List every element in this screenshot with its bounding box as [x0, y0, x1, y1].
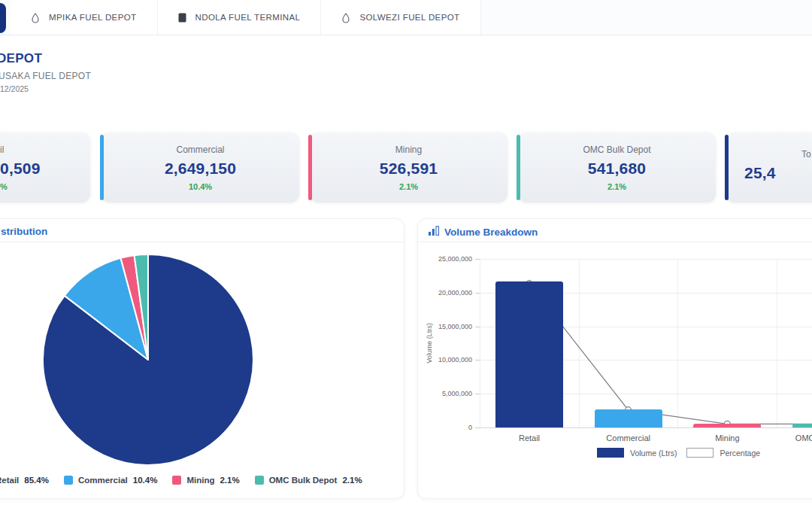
tab-label: SOLWEZI FUEL DEPOT [359, 13, 459, 22]
bar-card-title: Volume Breakdown [429, 226, 538, 238]
divider [418, 242, 812, 242]
tab-label: NDOLA FUEL TERMINAL [195, 13, 301, 22]
y-tick-label: 0 [414, 424, 472, 431]
legend-value: 10.4% [133, 476, 158, 485]
y-axis-title: Volume (Ltrs) [424, 259, 435, 427]
y-tick-label: 15,000,000 [414, 323, 472, 330]
kpi-value: 0,509 [0, 160, 90, 178]
legend-label: Commercial [78, 476, 128, 485]
pie-legend-item: Retail85.4% [0, 476, 49, 485]
y-tick-label: 20,000,000 [414, 289, 472, 297]
volume-breakdown-card: Volume Breakdown 25,000,00020,000,00015,… [417, 218, 812, 499]
page-subtitle: USAKA FUEL DEPOT [0, 71, 91, 81]
kpi-percent: 2.1% [310, 182, 508, 191]
legend-label: OMC Bulk Depot [269, 476, 338, 485]
kpi-label: il [0, 144, 90, 155]
legend-value: 85.4% [24, 476, 49, 485]
legend-label: Retail [0, 476, 19, 485]
kpi-accent-bar [308, 135, 312, 200]
kpi-percent: 10.4% [102, 182, 299, 191]
droplet-icon [341, 12, 350, 23]
tab-bar-tabs: MPIKA FUEL DEPOTNDOLA FUEL TERMINALSOLWE… [11, 0, 481, 35]
bar-legend-item: Volume (Ltrs) [597, 448, 677, 458]
active-tab-fragment[interactable] [0, 3, 6, 33]
kpi-card-0: il0,509% [0, 132, 90, 202]
kpi-value: 526,591 [310, 160, 508, 178]
bar-chart-icon [429, 226, 439, 238]
kpi-label: OMC Bulk Depot [518, 144, 716, 155]
legend-label: Volume (Ltrs) [630, 449, 677, 458]
kpi-label: Mining [310, 144, 508, 155]
legend-swatch [172, 476, 181, 485]
bar-chart-plot[interactable]: 25,000,00020,000,00015,000,00010,000,000… [480, 259, 812, 427]
kpi-percent: % [0, 182, 90, 191]
pie-legend-item: OMC Bulk Depot2.1% [255, 476, 362, 485]
tab-mpika-fuel-depot[interactable]: MPIKA FUEL DEPOT [11, 0, 158, 35]
tab-solwezi-fuel-depot[interactable]: SOLWEZI FUEL DEPOT [321, 0, 480, 35]
legend-value: 2.1% [220, 476, 239, 485]
y-tick-label: 25,000,000 [414, 255, 472, 263]
page-title: DEPOT [0, 51, 42, 66]
legend-swatch [686, 448, 714, 458]
kpi-accent-bar [517, 135, 520, 200]
legend-label: Percentage [720, 449, 760, 458]
tab-ndola-fuel-terminal[interactable]: NDOLA FUEL TERMINAL [158, 0, 322, 35]
tab-label: MPIKA FUEL DEPOT [49, 13, 137, 22]
bar-legend-item: Percentage [686, 448, 760, 458]
legend-swatch [255, 476, 264, 485]
kpi-card-3: OMC Bulk Depot541,6802.1% [518, 132, 716, 202]
kpi-value: 541,680 [518, 160, 716, 178]
kpi-value: 2,649,150 [102, 160, 299, 178]
kpi-value: 25,4 [726, 164, 812, 182]
kpi-card-2: Mining526,5912.1% [310, 132, 508, 202]
bar-commercial[interactable] [595, 409, 662, 427]
kpi-card-4: To25,4 [726, 132, 812, 202]
y-tick-label: 10,000,000 [414, 356, 472, 364]
volume-distribution-card: stribution Retail85.4%Commercial10.4%Min… [0, 218, 404, 499]
kpi-percent: 2.1% [518, 182, 716, 191]
kpi-label: To [726, 149, 812, 160]
x-tick-label: Mining [677, 433, 777, 443]
legend-value: 2.1% [342, 476, 362, 485]
page-date: 12/2025 [0, 84, 29, 93]
bar-retail[interactable] [495, 281, 563, 427]
legend-swatch [64, 476, 73, 485]
legend-label: Mining [186, 476, 214, 485]
pie-chart-area: Retail85.4%Commercial10.4%Mining2.1%OMC … [1, 219, 405, 500]
legend-swatch [597, 448, 624, 458]
y-tick-label: 5,000,000 [414, 390, 472, 397]
droplet-icon [31, 12, 40, 23]
x-tick-label: Retail [480, 433, 579, 443]
pie-legend-item: Commercial10.4% [64, 476, 157, 485]
kpi-accent-bar [100, 135, 104, 200]
kpi-card-1: Commercial2,649,15010.4% [102, 132, 299, 202]
bar-legend: Volume (Ltrs)Percentage [597, 448, 760, 458]
x-axis-line [480, 427, 812, 428]
x-tick-label: OMC Bulk Depot [777, 433, 812, 443]
pie-chart[interactable] [35, 247, 261, 473]
kpi-accent-bar [725, 135, 729, 200]
x-tick-label: Commercial [579, 433, 678, 443]
pie-legend-item: Mining2.1% [172, 476, 239, 485]
bar-card-title-text: Volume Breakdown [444, 227, 538, 238]
pie-legend: Retail85.4%Commercial10.4%Mining2.1%OMC … [0, 476, 362, 485]
kpi-label: Commercial [102, 144, 299, 155]
tank-icon [178, 13, 186, 23]
tab-bar: MPIKA FUEL DEPOTNDOLA FUEL TERMINALSOLWE… [0, 0, 812, 35]
